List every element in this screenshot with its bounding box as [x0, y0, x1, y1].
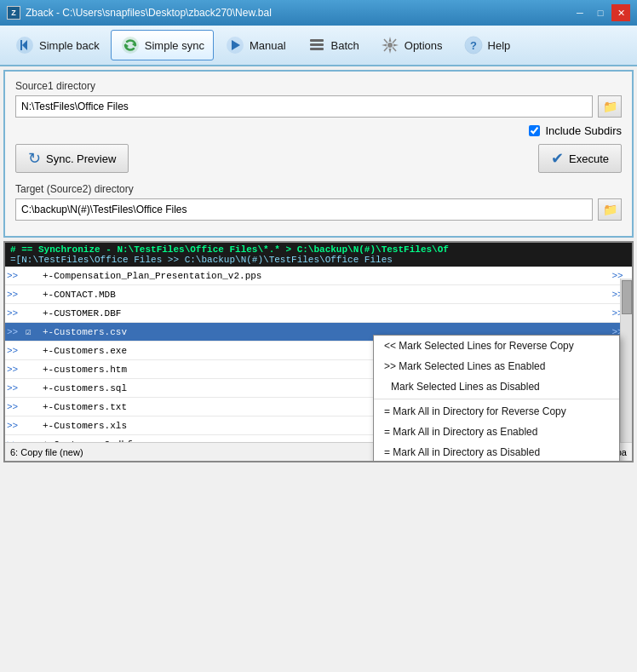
execute-label: Execute: [569, 152, 609, 165]
file-row-arrow: >>: [7, 402, 26, 412]
scrollbar-thumb: [622, 280, 632, 314]
main-form: Source1 directory 📁 Include Subdirs ↻ Sy…: [3, 70, 634, 238]
toolbar: Simple back Simple sync Manual: [0, 26, 637, 66]
simple-sync-label: Simple sync: [145, 39, 204, 52]
file-row-arrow: >>: [7, 346, 26, 356]
execute-icon: ✔: [551, 149, 564, 168]
header-line2: =[N:\TestFiles\Office Files >> C:\backup…: [10, 255, 627, 265]
source-label: Source1 directory: [15, 80, 622, 92]
help-label: Help: [488, 39, 511, 52]
context-menu-item-mark-all-disabled[interactable]: = Mark All in Directory as Disabled: [374, 442, 619, 462]
svg-rect-9: [310, 43, 324, 46]
include-subdirs-row: Include Subdirs: [15, 124, 622, 137]
simple-sync-button[interactable]: Simple sync: [111, 30, 214, 60]
title-bar-controls: ─ □ ✕: [571, 4, 630, 21]
help-icon: ?: [463, 35, 484, 55]
file-row-name: +-Compensation_Plan_Presentation_v2.pps: [41, 271, 605, 281]
sync-preview-icon: ↻: [28, 149, 41, 168]
scrollbar[interactable]: [620, 279, 632, 442]
file-row[interactable]: >>+-CONTACT.MDB>>: [5, 285, 632, 304]
svg-rect-10: [310, 48, 324, 50]
source-folder-button[interactable]: 📁: [598, 95, 622, 118]
title-bar-left: Z Zback - C:\Users\snapfiles\Desktop\zba…: [7, 6, 272, 20]
file-row[interactable]: >>+-CUSTOMER.DBF>>: [5, 304, 632, 323]
window-title: Zback - C:\Users\snapfiles\Desktop\zback…: [26, 7, 272, 19]
file-row[interactable]: >>+-Compensation_Plan_Presentation_v2.pp…: [5, 267, 632, 285]
file-row-arrow: >>: [7, 365, 26, 375]
file-row-arrow: >>: [7, 421, 26, 431]
file-row-name: +-CONTACT.MDB: [41, 290, 605, 300]
source-input-row: 📁: [15, 95, 622, 118]
options-button[interactable]: Options: [370, 30, 452, 60]
include-subdirs-label: Include Subdirs: [545, 124, 622, 137]
manual-icon: [225, 35, 245, 55]
sync-preview-button[interactable]: ↻ Sync. Preview: [15, 144, 129, 173]
file-row-arrow: >>: [7, 271, 26, 281]
manual-label: Manual: [250, 39, 286, 52]
context-menu-item-mark-all-reverse[interactable]: = Mark All in Directory for Reverse Copy: [374, 401, 619, 422]
folder-icon-2: 📁: [603, 203, 617, 216]
maximize-button[interactable]: □: [591, 4, 610, 21]
sync-preview-label: Sync. Preview: [46, 152, 116, 165]
file-row-arrow: >>: [7, 290, 26, 300]
target-label: Target (Source2) directory: [15, 183, 622, 195]
file-row-arrow: >>: [7, 383, 26, 393]
source-input[interactable]: [15, 95, 593, 118]
target-input[interactable]: [15, 198, 593, 221]
file-row-checkbox: ☑: [26, 326, 41, 337]
include-subdirs-checkbox[interactable]: [529, 125, 540, 136]
simple-back-label: Simple back: [39, 39, 100, 52]
close-button[interactable]: ✕: [611, 4, 630, 21]
context-menu-item-mark-reverse[interactable]: << Mark Selected Lines for Reverse Copy: [374, 336, 619, 356]
context-menu-item-mark-all-enabled[interactable]: = Mark All in Directory as Enabled: [374, 422, 619, 442]
svg-rect-8: [310, 39, 324, 42]
help-button[interactable]: ? Help: [454, 30, 520, 60]
minimize-button[interactable]: ─: [571, 4, 589, 21]
app-icon: Z: [7, 6, 20, 20]
svg-point-11: [387, 43, 393, 48]
context-menu-item-mark-disabled[interactable]: Mark Selected Lines as Disabled: [374, 376, 619, 397]
file-panel: # == Synchronize - N:\TestFiles\Office F…: [3, 241, 634, 462]
file-panel-header: # == Synchronize - N:\TestFiles\Office F…: [5, 243, 632, 267]
context-menu-item-mark-enabled[interactable]: >> Mark Selected Lines as Enabled: [374, 356, 619, 376]
folder-icon: 📁: [603, 100, 617, 113]
file-row-arrow: >>: [7, 308, 26, 319]
status-left: 6: Copy file (new): [10, 447, 83, 457]
batch-label: Batch: [331, 39, 359, 52]
header-line1: # == Synchronize - N:\TestFiles\Office F…: [10, 244, 627, 255]
batch-button[interactable]: Batch: [297, 30, 369, 60]
file-row-arrow: >>: [7, 327, 26, 337]
context-menu: << Mark Selected Lines for Reverse Copy>…: [373, 335, 620, 462]
target-input-row: 📁: [15, 198, 622, 221]
context-menu-divider: [374, 399, 619, 399]
simple-sync-icon: [120, 35, 141, 55]
manual-button[interactable]: Manual: [215, 30, 296, 60]
file-row-name: +-CUSTOMER.DBF: [41, 308, 605, 319]
svg-text:?: ?: [470, 39, 477, 52]
target-folder-button[interactable]: 📁: [598, 198, 622, 221]
options-icon: [380, 35, 400, 55]
title-bar: Z Zback - C:\Users\snapfiles\Desktop\zba…: [0, 0, 637, 26]
simple-back-icon: [14, 35, 35, 55]
svg-rect-2: [20, 40, 22, 50]
options-label: Options: [405, 39, 443, 52]
simple-back-button[interactable]: Simple back: [5, 30, 109, 60]
action-row: ↻ Sync. Preview ✔ Execute: [15, 144, 622, 173]
execute-button[interactable]: ✔ Execute: [538, 144, 622, 173]
batch-icon: [307, 35, 327, 55]
